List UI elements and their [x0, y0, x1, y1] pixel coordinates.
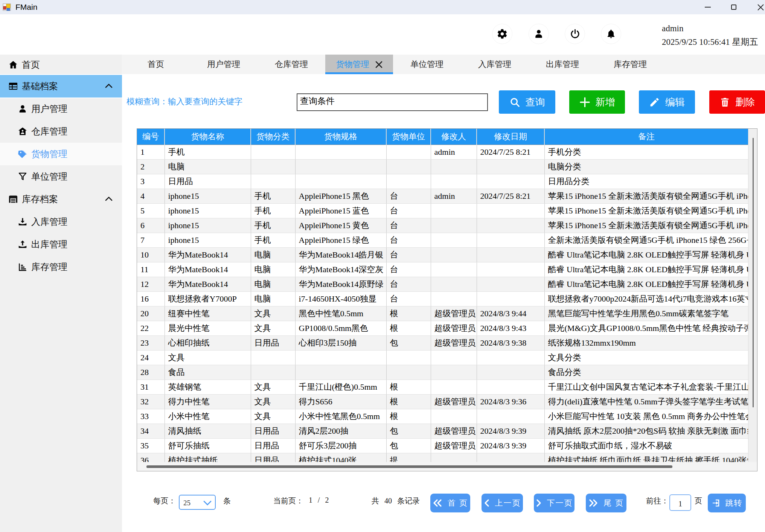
table-row[interactable]: 22 晨光中性笔 文具 GP1008/0.5mm黑色 根 超级管理员 2024/… [137, 321, 748, 335]
prev-page-button[interactable]: 上一页 [482, 494, 523, 512]
username-text: admin [662, 22, 758, 35]
settings-button[interactable] [492, 24, 512, 44]
sidebar-item-warehouses[interactable]: 仓库管理 [0, 120, 122, 143]
datetime-text: 2025/9/25 10:56:41 星期五 [662, 35, 758, 49]
table-row[interactable]: 2 电脑 电脑分类 [137, 159, 748, 174]
column-header-category[interactable]: 货物分类 [251, 129, 295, 145]
chevron-down-icon [203, 500, 212, 506]
cell-note: 酷睿 Ultra笔记本电脑 2.8K OLED触控手写屏 轻薄机身 Ultra5 [544, 277, 748, 291]
sidebar-item-basic-archives[interactable]: 基础档案 [0, 75, 122, 98]
search-input[interactable] [297, 93, 488, 111]
cell-editor: 超级管理员 [431, 321, 477, 335]
first-page-button[interactable]: 首 页 [430, 494, 470, 512]
table-row[interactable]: 36 植护挂式抽纸 日用品 植护挂式1040张 提 植护挂式抽纸 纸巾面巾纸 悬… [137, 453, 748, 462]
horizontal-scrollbar-thumb[interactable] [146, 465, 672, 468]
table-header: 编号 货物名称 货物分类 货物规格 货物单位 修改人 修改日期 备注 [137, 129, 748, 145]
cell-category: 文具 [251, 321, 295, 335]
table-row[interactable]: 11 华为MateBook14 电脑 华为MateBook14深空灰 台 酷睿 … [137, 262, 748, 277]
sidebar-item-home[interactable]: 首页 [0, 55, 122, 75]
column-header-date[interactable]: 修改日期 [477, 129, 544, 145]
current-page-value: 1 / 2 [309, 496, 329, 505]
tab-outbound[interactable]: 出库管理 [529, 55, 596, 74]
cell-note: 得力(deli)直液笔中性笔 0.5mm子弹头签字笔学生考试笔走珠笔 [544, 394, 748, 409]
horizontal-scrollbar[interactable] [137, 462, 757, 471]
account-button[interactable] [529, 24, 549, 44]
table-row[interactable]: 31 英雄钢笔 文具 千里江山(橙色)0.5mm 根 千里江山文创中国风复古笔记… [137, 380, 748, 394]
goto-page-input[interactable] [669, 494, 691, 511]
cell-date [477, 453, 544, 462]
table-row[interactable]: 1 手机 admin 2024/7/25 8:21 手机分类 [137, 145, 748, 159]
last-page-button[interactable]: 尾 页 [586, 494, 626, 512]
table-row[interactable]: 28 食品 食品分类 [137, 365, 748, 380]
add-button[interactable]: 新增 [569, 90, 625, 114]
column-header-note[interactable]: 备注 [544, 129, 748, 145]
cell-note: 苹果15 iPhone15 全新未激活美版有锁全网通5G手机 iPhone15 … [544, 203, 748, 218]
tab-users[interactable]: 用户管理 [190, 55, 258, 74]
sidebar-item-outbound[interactable]: 出库管理 [0, 233, 122, 256]
cell-unit: 台 [386, 277, 431, 291]
jump-button[interactable]: 跳转 [708, 494, 746, 512]
column-header-id[interactable]: 编号 [137, 129, 165, 145]
table-row[interactable]: 24 文具 文具分类 [137, 350, 748, 365]
cell-date: 2024/7/25 8:21 [477, 145, 544, 159]
vertical-scrollbar-thumb[interactable] [753, 138, 754, 407]
notifications-button[interactable] [601, 24, 621, 44]
tab-home[interactable]: 首页 [122, 55, 190, 74]
table-row[interactable]: 32 得力中性笔 文具 得力S656 根 超级管理员 2024/8/3 9:36… [137, 394, 748, 409]
table-row[interactable]: 23 心相印抽纸 日用品 心相印3层150抽 包 超级管理员 2024/8/3 … [137, 335, 748, 350]
tab-close-icon[interactable] [375, 61, 382, 68]
column-header-editor[interactable]: 修改人 [431, 129, 477, 145]
cell-id: 16 [137, 291, 165, 306]
tab-inventory[interactable]: 库存管理 [596, 55, 664, 74]
sidebar-item-goods[interactable]: 货物管理 [0, 143, 122, 165]
table-row[interactable]: 3 日用品 日用品分类 [137, 174, 748, 189]
cell-editor: 超级管理员 [431, 394, 477, 409]
sidebar-item-inventory-archives[interactable]: 库存档案 [0, 188, 122, 210]
edit-button[interactable]: 编辑 [639, 90, 695, 114]
table-row[interactable]: 7 iphone15 手机 AppleiPhone15 绿色 台 全新未激活美版… [137, 233, 748, 247]
cell-editor [431, 174, 477, 189]
logout-button[interactable] [565, 24, 585, 44]
per-page-select[interactable]: 25 [179, 495, 216, 510]
table-row[interactable]: 34 清风抽纸 日用品 清风2层200抽 包 超级管理员 2024/8/3 9:… [137, 424, 748, 438]
sidebar-item-units[interactable]: 单位管理 [0, 165, 122, 188]
tab-units[interactable]: 单位管理 [393, 55, 461, 74]
cell-name: 电脑 [165, 159, 251, 174]
table-row[interactable]: 4 iphone15 手机 AppleiPhone15 黑色 台 admin 2… [137, 189, 748, 203]
tab-warehouses[interactable]: 仓库管理 [258, 55, 325, 74]
maximize-button[interactable] [725, 0, 743, 14]
query-button[interactable]: 查询 [499, 90, 555, 114]
column-header-spec[interactable]: 货物规格 [295, 129, 386, 145]
double-chevron-left-icon [433, 499, 442, 507]
cell-unit: 包 [386, 424, 431, 438]
vertical-scrollbar[interactable] [748, 129, 757, 462]
table-row[interactable]: 20 纽赛中性笔 文具 黑色中性笔0.5mm 根 超级管理员 2024/8/3 … [137, 306, 748, 321]
cell-editor: admin [431, 145, 477, 159]
delete-button[interactable]: 删除 [709, 90, 765, 114]
minimize-button[interactable] [699, 0, 717, 14]
cell-unit: 根 [386, 306, 431, 321]
sidebar-item-inbound[interactable]: 入库管理 [0, 210, 122, 233]
cell-category: 手机 [251, 233, 295, 247]
cell-category: 手机 [251, 203, 295, 218]
table-row[interactable]: 12 华为MateBook14 电脑 华为MateBook14原野绿 台 酷睿 … [137, 277, 748, 291]
table-row[interactable]: 33 小米中性笔 文具 小米中性笔黑色0.5mm 根 小米巨能写中性笔 10支装… [137, 409, 748, 424]
sidebar-item-users[interactable]: 用户管理 [0, 98, 122, 120]
close-button[interactable] [751, 0, 765, 14]
table-row[interactable]: 16 联想拯救者Y7000P 电脑 i7-14650HX-4050独显 台 联想… [137, 291, 748, 306]
garage-icon [8, 194, 18, 204]
cell-id: 36 [137, 453, 165, 462]
table-row[interactable]: 35 舒可乐抽纸 日用品 舒可乐3层200抽 包 超级管理员 2024/8/3 … [137, 438, 748, 453]
tab-inbound[interactable]: 入库管理 [461, 55, 529, 74]
maximize-icon [731, 5, 736, 10]
column-header-name[interactable]: 货物名称 [165, 129, 251, 145]
sidebar-item-inventory[interactable]: 库存管理 [0, 256, 122, 278]
user-icon [18, 104, 27, 114]
cell-editor [431, 277, 477, 291]
next-page-button[interactable]: 下一页 [534, 494, 575, 512]
column-header-unit[interactable]: 货物单位 [386, 129, 431, 145]
table-row[interactable]: 6 iphone15 手机 AppleiPhone15 黄色 台 苹果15 iP… [137, 218, 748, 233]
table-row[interactable]: 5 iphone15 手机 AppleiPhone15 蓝色 台 苹果15 iP… [137, 203, 748, 218]
table-row[interactable]: 10 华为MateBook14 电脑 华为MateBook14皓月银 台 酷睿 … [137, 247, 748, 262]
tab-goods[interactable]: 货物管理 [325, 55, 393, 74]
